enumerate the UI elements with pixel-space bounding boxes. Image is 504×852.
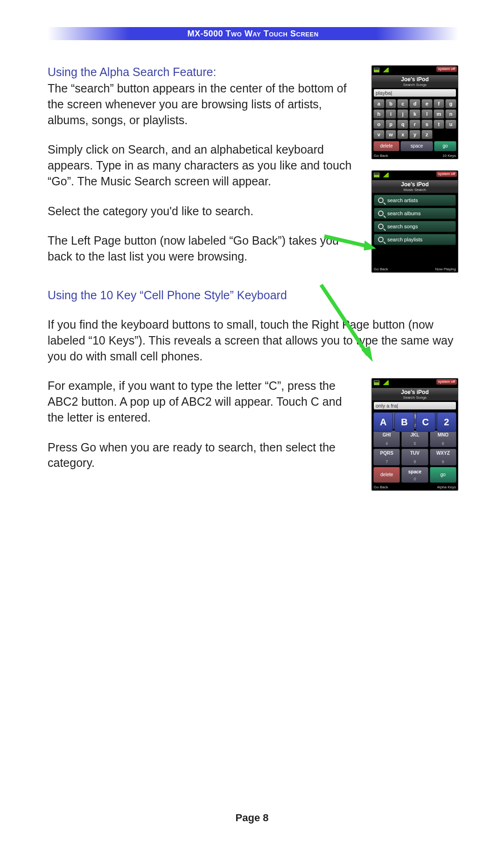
search-item-1[interactable]: search albums (374, 208, 456, 219)
tenkey-letters: TUV (402, 449, 427, 456)
signal-icon (382, 380, 389, 385)
footer-go-back[interactable]: Go Back (374, 154, 388, 158)
para-1: The “search” button appears in the cente… (48, 81, 360, 128)
search-input[interactable]: only a fra| (374, 402, 456, 409)
search-icon (378, 237, 384, 242)
screenshot-music-search: system off Joe's iPod Music Search searc… (371, 170, 458, 273)
tenkey-8[interactable]: TUV8 (401, 449, 428, 465)
para-7: Press Go when you are ready to search, t… (48, 440, 360, 472)
search-item-label: search playlists (387, 237, 422, 242)
section-heading-10key: Using the 10 Key “Cell Phone Style” Keyb… (48, 289, 458, 302)
key-d[interactable]: d (409, 99, 420, 108)
key-h[interactable]: h (373, 109, 385, 119)
popup-key-2[interactable]: 2 (437, 412, 456, 432)
svg-line-0 (324, 236, 369, 246)
go-button[interactable]: go (430, 467, 456, 483)
device-title: Joe's iPod (372, 388, 458, 395)
search-icon (378, 211, 384, 216)
key-v[interactable]: v (373, 130, 385, 139)
key-q[interactable]: q (397, 120, 408, 129)
para-3: Select the category you'd like to search… (48, 204, 360, 219)
key-w[interactable]: w (385, 130, 397, 139)
search-item-label: search songs (387, 224, 418, 229)
tenkey-6[interactable]: MNO6 (430, 430, 456, 447)
device-title: Joe's iPod (372, 75, 458, 83)
footer-alpha-keys[interactable]: Alpha Keys (437, 485, 456, 489)
arrow-to-categories (322, 232, 378, 251)
key-k[interactable]: k (409, 109, 420, 119)
search-icon (378, 197, 384, 203)
footer-go-back[interactable]: Go Back (374, 267, 388, 271)
key-s[interactable]: s (421, 120, 433, 129)
popup-key-C[interactable]: C (416, 412, 435, 432)
footer-go-back[interactable]: Go Back (374, 485, 388, 489)
tenkey-letters: GHI (374, 431, 399, 437)
delete-button[interactable]: delete (373, 141, 399, 151)
tenkey-digit: 6 (430, 441, 456, 446)
signal-icon (382, 68, 389, 72)
screenshot-10key: system off Joe's iPod Search Songs only … (371, 378, 458, 491)
tenkey-digit: 4 (374, 441, 399, 446)
signal-icon (382, 173, 389, 177)
key-m[interactable]: m (434, 109, 445, 119)
system-off-button[interactable]: system off (436, 66, 457, 72)
svg-line-2 (321, 285, 368, 355)
key-p[interactable]: p (385, 120, 397, 129)
search-category-list: search artistssearch albumssearch songss… (372, 193, 458, 249)
para-2: Simply click on Search, and an alphabeti… (48, 142, 360, 189)
popup-key-B[interactable]: B (394, 412, 414, 432)
key-i[interactable]: i (385, 109, 397, 119)
system-off-button[interactable]: system off (436, 171, 457, 177)
battery-icon (374, 173, 379, 177)
search-item-label: search artists (387, 197, 418, 203)
tenkey-9[interactable]: WXYZ9 (430, 449, 456, 465)
tenkey-letters: WXYZ (430, 449, 456, 456)
key-n[interactable]: n (445, 109, 456, 119)
key-j[interactable]: j (397, 109, 408, 119)
tenkey-letters: PQRS (374, 449, 399, 456)
key-z[interactable]: z (421, 130, 433, 139)
key-c[interactable]: c (397, 99, 408, 108)
space-button[interactable]: space 0 (401, 467, 428, 483)
key-l[interactable]: l (421, 109, 433, 119)
search-input[interactable]: playba| (374, 89, 456, 97)
space-digit: 0 (402, 477, 427, 481)
delete-button[interactable]: delete (373, 467, 400, 483)
key-t[interactable]: t (434, 120, 445, 129)
key-y[interactable]: y (409, 130, 420, 139)
key-e[interactable]: e (421, 99, 433, 108)
tenkey-5[interactable]: JKL5 (401, 430, 428, 447)
key-a[interactable]: a (373, 99, 385, 108)
device-title: Joe's iPod (372, 180, 458, 188)
device-subtitle: Search Songs (372, 395, 458, 401)
battery-icon (374, 68, 379, 72)
space-button[interactable]: space (400, 141, 433, 151)
system-off-button[interactable]: system off (436, 379, 457, 385)
footer-10-keys[interactable]: 10 Keys (442, 154, 456, 158)
search-item-label: search albums (387, 211, 421, 216)
footer-now-playing[interactable]: Now Playing (435, 267, 456, 271)
key-b[interactable]: b (385, 99, 397, 108)
search-item-0[interactable]: search artists (374, 195, 456, 206)
alpha-key-grid: abcdefghijklmnopqrstuvwxyz (372, 98, 458, 140)
search-item-3[interactable]: search playlists (374, 234, 456, 245)
popup-key-A[interactable]: A (373, 412, 393, 432)
tenkey-letters: MNO (430, 431, 456, 437)
key-r[interactable]: r (409, 120, 420, 129)
space-label: space (402, 467, 427, 474)
tenkey-digit: 7 (374, 459, 399, 464)
device-subtitle: Music Search (372, 188, 458, 193)
tenkey-letters: JKL (402, 431, 427, 437)
search-item-2[interactable]: search songs (374, 221, 456, 232)
key-f[interactable]: f (434, 99, 445, 108)
key-u[interactable]: u (445, 120, 456, 129)
key-o[interactable]: o (373, 120, 385, 129)
device-subtitle: Search Songs (372, 83, 458, 88)
tenkey-4[interactable]: GHI4 (373, 430, 400, 447)
tenkey-digit: 8 (402, 459, 427, 464)
go-button[interactable]: go (434, 141, 456, 151)
key-g[interactable]: g (445, 99, 456, 108)
para-5: If you find the keyboard buttons to smal… (48, 317, 458, 364)
key-x[interactable]: x (397, 130, 408, 139)
tenkey-7[interactable]: PQRS7 (373, 449, 400, 465)
